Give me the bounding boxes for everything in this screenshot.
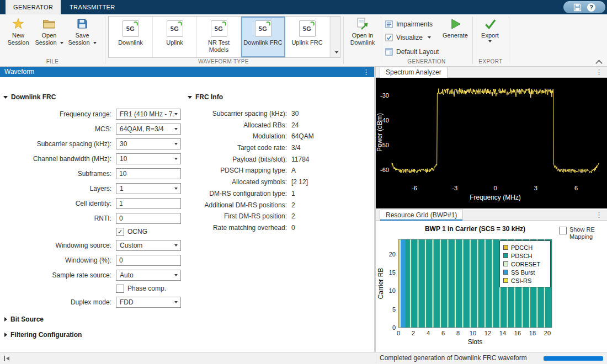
expand-triangle-icon xyxy=(4,317,7,322)
subcarrier-spacing-select[interactable]: 30 xyxy=(116,138,181,149)
legend-item-pdcch: PDCCH xyxy=(503,243,547,251)
status-message: Completed generation of Downlink FRC wav… xyxy=(380,352,527,364)
resource-grid-legend: PDCCHPDSCHCORESETSS BurstCSI-RS xyxy=(499,240,551,287)
status-divider xyxy=(376,354,376,363)
mcs-select[interactable]: 64QAM, R=3/4 xyxy=(116,124,181,135)
collapse-toolstrip-icon[interactable] xyxy=(595,60,603,67)
panel-menu-icon[interactable]: ⋮ xyxy=(595,67,603,78)
windowing-source-select[interactable]: Custom xyxy=(116,240,181,251)
gallery-expand-strip[interactable] xyxy=(331,16,340,58)
svg-text:-3: -3 xyxy=(452,185,457,191)
new-session-icon xyxy=(12,17,24,31)
tab-transmitter[interactable]: TRANSMITTER xyxy=(62,0,123,14)
save-icon[interactable] xyxy=(573,3,582,12)
waveform-type-downlink[interactable]: 5GDownlink xyxy=(109,17,153,57)
export-section-label: EXPORT xyxy=(472,58,509,65)
open-session-button[interactable]: OpenSession xyxy=(34,17,64,46)
visualize-button[interactable]: Visualize xyxy=(385,33,431,42)
impairments-button[interactable]: Impairments xyxy=(385,20,433,29)
new-session-button[interactable]: NewSession xyxy=(3,17,33,46)
frc-info-row: Modulation:64QAM xyxy=(188,132,372,141)
csi-rs-stripe xyxy=(447,239,448,328)
collapse-triangle-icon xyxy=(3,96,8,99)
chevron-down-icon xyxy=(488,40,492,42)
ocng-checkbox[interactable]: ✓ xyxy=(116,228,124,236)
phase-comp-checkbox[interactable] xyxy=(116,285,124,293)
collapse-panel-icon[interactable] xyxy=(4,356,9,361)
chevron-down-icon xyxy=(174,244,178,247)
resource-grid-title: BWP 1 in Carrier (SCS = 30 kHz) xyxy=(376,225,574,233)
waveform-type-downlink-frc[interactable]: 5GDownlink FRC xyxy=(241,17,285,57)
layers-select[interactable]: 1 xyxy=(116,183,181,194)
resource-grid-panel: Resource Grid (BWP#1) ⋮ BWP 1 in Carrier… xyxy=(376,210,607,352)
help-icon[interactable]: ? xyxy=(587,3,595,12)
channel-bandwidth-select[interactable]: 10 xyxy=(116,153,181,164)
downlink-frc-section-header[interactable]: Downlink FRC xyxy=(3,93,187,101)
save-session-button[interactable]: SaveSession xyxy=(67,17,97,46)
generate-button[interactable]: Generate xyxy=(440,17,470,39)
save-session-icon xyxy=(77,17,88,31)
tab-spectrum-analyzer[interactable]: Spectrum Analyzer xyxy=(380,67,448,78)
frequency-range-label: Frequency range: xyxy=(3,110,116,118)
legend-swatch xyxy=(503,270,508,275)
panel-menu-icon[interactable]: ⋮ xyxy=(363,67,370,77)
export-button[interactable]: Export xyxy=(475,17,505,42)
show-re-mapping-control: Show REMapping xyxy=(559,226,595,240)
chevron-down-icon xyxy=(174,143,178,145)
csi-rs-stripe xyxy=(425,239,426,328)
frequency-range-select[interactable]: FR1 (410 MHz - 7... xyxy=(116,109,181,120)
csi-rs-stripe xyxy=(432,239,433,328)
svg-text:Power (dBm): Power (dBm) xyxy=(376,113,384,152)
open-in-downlink-button[interactable]: Open inDownlink xyxy=(345,17,380,46)
svg-text:4: 4 xyxy=(427,330,430,336)
waveform-type-uplink-frc[interactable]: 5GUplink FRC xyxy=(285,17,329,57)
mcs-label: MCS: xyxy=(3,125,116,133)
subframes-label: Subframes: xyxy=(3,170,116,178)
chevron-down-icon xyxy=(60,42,63,44)
tab-generator[interactable]: GENERATOR xyxy=(6,0,61,14)
panel-menu-icon[interactable]: ⋮ xyxy=(595,210,603,221)
windowing-source-row: Windowing source:Custom xyxy=(3,239,187,251)
spectrum-plot: -60-50-40-30-6-3036Frequency (MHz)Power … xyxy=(376,78,607,208)
csi-rs-stripe xyxy=(484,239,486,328)
svg-text:Slots: Slots xyxy=(468,338,483,346)
waveform-type-uplink[interactable]: 5GUplink xyxy=(153,17,197,57)
default-layout-button[interactable]: Default Layout xyxy=(385,47,439,56)
filtering-configuration-section-header[interactable]: Filtering Configuration xyxy=(4,331,187,339)
visualize-icon xyxy=(385,34,393,41)
frc-info-row: Rate matching overhead:0 xyxy=(188,223,372,232)
subframes-input[interactable] xyxy=(116,168,181,179)
rnti-input[interactable] xyxy=(116,213,181,224)
frc-info-row: Target code rate:3/4 xyxy=(188,143,372,152)
svg-text:-30: -30 xyxy=(380,92,389,99)
section-divider xyxy=(472,17,473,64)
resource-grid-tab-bar: Resource Grid (BWP#1) ⋮ xyxy=(376,210,607,221)
legend-swatch xyxy=(503,245,508,250)
frc-info-section-header[interactable]: FRC Info xyxy=(188,93,372,101)
toolstrip: NewSessionOpenSession SaveSession FILE 5… xyxy=(0,14,607,67)
legend-item-ss-burst: SS Burst xyxy=(503,268,547,276)
waveform-type-nr-test-models[interactable]: 5GNR Test Models xyxy=(197,17,241,57)
cell-identity-input[interactable] xyxy=(116,198,181,209)
5g-doc-icon: 5G xyxy=(255,20,271,37)
tab-resource-grid[interactable]: Resource Grid (BWP#1) xyxy=(380,210,463,221)
waveform-panel: Waveform ⋮ Downlink FRC Frequency range:… xyxy=(0,67,374,352)
duplex-mode-select[interactable]: FDD xyxy=(116,297,181,308)
show-re-mapping-checkbox[interactable] xyxy=(559,227,567,234)
5g-doc-icon: 5G xyxy=(167,20,183,37)
chevron-down-icon xyxy=(174,188,178,190)
cell-identity-row: Cell identity: xyxy=(3,197,187,209)
status-bar: Completed generation of Downlink FRC wav… xyxy=(0,352,607,364)
play-icon xyxy=(449,17,462,31)
sample-rate-source-select[interactable]: Auto xyxy=(116,270,181,281)
svg-text:14: 14 xyxy=(499,330,506,336)
bit-source-section-header[interactable]: Bit Source xyxy=(4,315,187,323)
csi-rs-stripe xyxy=(417,239,418,328)
legend-swatch xyxy=(503,261,508,266)
legend-item-coreset: CORESET xyxy=(503,260,547,268)
svg-text:2: 2 xyxy=(412,330,415,336)
windowing-percent-input[interactable] xyxy=(116,255,181,266)
wireless-waveform-generator-app: GENERATOR TRANSMITTER ? NewSessionOpenSe… xyxy=(0,0,607,364)
progress-bar xyxy=(544,356,603,361)
svg-text:20: 20 xyxy=(544,330,551,336)
